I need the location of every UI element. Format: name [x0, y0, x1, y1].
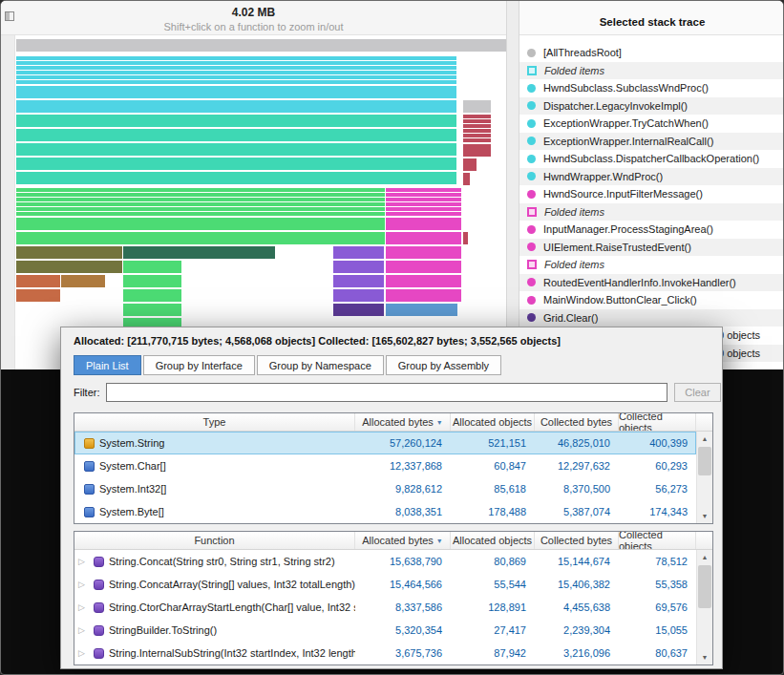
table-row[interactable]: ▷StringBuilder.ToString()5,320,35427,417…	[74, 619, 696, 642]
table-row[interactable]: System.String57,260,124521,15146,825,010…	[74, 432, 696, 454]
column-header-collected-bytes[interactable]: Collected bytes	[535, 532, 619, 549]
flame-bar[interactable]	[16, 246, 122, 259]
column-header-allocated-objects[interactable]: Allocated objects	[451, 532, 535, 549]
flame-bar[interactable]	[386, 202, 461, 206]
column-header-collected-bytes[interactable]: Collected bytes	[535, 413, 619, 431]
flame-bar[interactable]	[333, 289, 384, 302]
flame-bar[interactable]	[333, 275, 384, 287]
flame-bar[interactable]	[463, 158, 477, 171]
stack-trace-item[interactable]: [AllThreadsRoot]	[519, 44, 784, 62]
stack-trace-item[interactable]: Folded items	[519, 256, 784, 274]
column-header-allocated-bytes[interactable]: Allocated bytes▼	[355, 413, 451, 431]
table-row[interactable]: System.Char[]12,337,86860,84712,297,6326…	[74, 454, 696, 477]
tab-group-by-interface[interactable]: Group by Interface	[143, 355, 255, 375]
flame-bar[interactable]	[123, 289, 181, 302]
flame-bar[interactable]	[16, 232, 385, 244]
flame-bar[interactable]	[386, 207, 461, 211]
flame-bar[interactable]	[386, 218, 461, 230]
stack-trace-item[interactable]: HwndSource.InputFilterMessage()	[519, 185, 784, 203]
flame-bar[interactable]	[123, 261, 181, 273]
table-row[interactable]: System.Int32[]9,828,61285,6188,370,50056…	[74, 477, 696, 500]
flame-bar[interactable]	[16, 39, 506, 52]
stack-trace-item[interactable]: RoutedEventHandlerInfo.InvokeHandler()	[519, 274, 784, 292]
flame-bar[interactable]	[16, 100, 456, 113]
flame-bar[interactable]	[386, 261, 461, 273]
table-row[interactable]: System.Byte[]8,038,351178,4885,387,07417…	[74, 500, 696, 523]
flame-bar[interactable]	[16, 66, 456, 70]
column-header-collected-objects[interactable]: Collected objects	[619, 413, 696, 431]
flame-bar[interactable]	[16, 143, 456, 156]
flame-bar[interactable]	[16, 75, 456, 79]
flame-bar[interactable]	[463, 119, 491, 123]
expand-arrow-icon[interactable]: ▷	[78, 580, 89, 589]
expand-arrow-icon[interactable]: ▷	[78, 557, 89, 566]
expand-arrow-icon[interactable]: ▷	[78, 625, 89, 635]
flame-bar[interactable]	[16, 202, 385, 206]
flame-graph[interactable]	[1, 1, 506, 369]
column-header-allocated-bytes[interactable]: Allocated bytes▼	[355, 532, 451, 549]
flame-bar[interactable]	[386, 304, 457, 316]
flame-bar[interactable]	[16, 172, 456, 184]
flame-bar[interactable]	[386, 289, 461, 302]
flame-bar[interactable]	[463, 232, 468, 244]
tab-group-by-namespace[interactable]: Group by Namespace	[257, 355, 384, 375]
flame-bar[interactable]	[463, 134, 491, 137]
expand-arrow-icon[interactable]: ▷	[78, 602, 89, 612]
flame-bar[interactable]	[386, 275, 461, 287]
stack-trace-item[interactable]: UIElement.RaiseTrustedEvent()	[519, 239, 784, 257]
column-header-collected-objects[interactable]: Collected objects	[619, 532, 696, 549]
flame-bar[interactable]	[16, 218, 385, 230]
table-row[interactable]: ▷String.ConcatArray(String[] values, Int…	[74, 573, 696, 596]
stack-trace-item[interactable]: HwndSubclass.SubclassWndProc()	[519, 79, 784, 97]
flame-bar[interactable]	[333, 246, 384, 259]
table-row[interactable]: ▷String.Concat(String str0, String str1,…	[74, 550, 696, 573]
panel-splitter[interactable]	[506, 1, 519, 369]
scroll-up-icon[interactable]: ▲	[697, 432, 712, 446]
stack-trace-item[interactable]: HwndSubclass.DispatcherCallbackOperation…	[519, 150, 784, 168]
scrollbar-thumb[interactable]	[698, 447, 711, 475]
stack-trace-item[interactable]: ExceptionWrapper.TryCatchWhen()	[519, 115, 784, 133]
column-header-type[interactable]: Type	[74, 413, 355, 431]
flame-bar[interactable]	[16, 212, 385, 216]
flame-bar[interactable]	[123, 304, 181, 316]
flame-bar[interactable]	[16, 56, 456, 60]
functions-table-scrollbar[interactable]: ▲ ▼	[696, 550, 712, 664]
flame-bar[interactable]	[16, 86, 456, 98]
stack-trace-item[interactable]: Grid.Clear()	[519, 309, 784, 327]
expand-arrow-icon[interactable]: ▷	[78, 648, 89, 658]
stack-trace-item[interactable]: ExceptionWrapper.InternalRealCall()	[519, 133, 784, 151]
flame-bar[interactable]	[333, 304, 384, 316]
clear-filter-button[interactable]: Clear	[674, 383, 721, 402]
stack-trace-item[interactable]: Folded items	[519, 62, 784, 80]
column-header-allocated-objects[interactable]: Allocated objects	[451, 413, 535, 431]
flame-bar[interactable]	[463, 144, 491, 157]
tab-group-by-assembly[interactable]: Group by Assembly	[386, 355, 501, 375]
flame-bar[interactable]	[333, 261, 384, 273]
stack-trace-item[interactable]: InputManager.ProcessStagingArea()	[519, 221, 784, 239]
column-header-function[interactable]: Function	[74, 532, 355, 549]
flame-bar[interactable]	[16, 275, 60, 287]
flame-bar[interactable]	[386, 246, 461, 259]
flame-bar[interactable]	[386, 198, 461, 201]
panel-toggle-icon[interactable]	[5, 11, 14, 21]
scroll-up-icon[interactable]: ▲	[697, 550, 712, 564]
flame-bar[interactable]	[16, 158, 456, 170]
flame-bar[interactable]	[16, 71, 456, 74]
scroll-down-icon[interactable]: ▼	[697, 509, 712, 523]
stack-trace-item[interactable]: HwndWrapper.WndProc()	[519, 168, 784, 186]
stack-trace-item[interactable]: MainWindow.ButtonClear_Click()	[519, 291, 784, 309]
flame-bar[interactable]	[16, 80, 456, 84]
flame-bar[interactable]	[386, 193, 461, 197]
flame-bar[interactable]	[386, 232, 461, 244]
scrollbar-thumb[interactable]	[698, 565, 711, 608]
table-row[interactable]: ▷String.InternalSubString(Int32 startInd…	[74, 642, 696, 664]
flame-bar[interactable]	[61, 275, 105, 287]
flame-bar[interactable]	[463, 100, 491, 113]
filter-input[interactable]	[106, 383, 667, 402]
flame-bar[interactable]	[16, 289, 60, 302]
stack-trace-item[interactable]: Dispatcher.LegacyInvokeImpl()	[519, 97, 784, 116]
flame-bar[interactable]	[16, 261, 122, 273]
flame-bar[interactable]	[16, 61, 456, 65]
flame-bar[interactable]	[463, 115, 491, 118]
flame-bar[interactable]	[463, 124, 491, 128]
